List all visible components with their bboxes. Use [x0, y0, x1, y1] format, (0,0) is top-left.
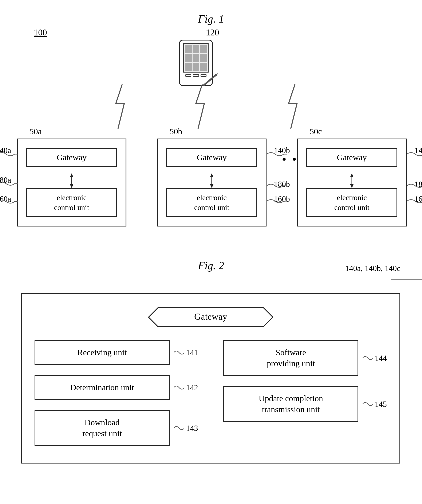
left-col: Receiving unit 141 Determination unit	[35, 340, 198, 446]
fig2-outer-box: Gateway Receiving unit 141	[21, 293, 400, 463]
fig1-title: Fig. 1	[17, 13, 405, 25]
double-arrow-50a	[67, 173, 76, 188]
screen-cell	[193, 63, 199, 71]
ecu-50c: electroniccontrol unit	[306, 188, 397, 217]
gateway-hex-container: Gateway	[35, 307, 387, 328]
receiving-unit-label: 141	[174, 348, 198, 357]
screen-cell	[200, 54, 207, 62]
wavy-180c	[407, 183, 422, 189]
arrow-area-50b	[166, 173, 257, 188]
label-50c: 50c	[310, 126, 322, 136]
download-unit-row: Downloadrequest unit 143	[35, 410, 198, 446]
svg-marker-4	[210, 173, 213, 177]
inner-gateway-50a: Gateway	[26, 148, 117, 167]
determination-unit-label: 142	[174, 383, 198, 392]
gateway-box-50a: 140a 180a 160a Gateway	[17, 138, 126, 227]
svg-marker-8	[350, 184, 353, 188]
label-50b: 50b	[170, 126, 182, 136]
inner-gateway-50c: Gateway	[306, 148, 397, 167]
screen-cell	[185, 54, 192, 62]
wavy-software	[363, 355, 373, 361]
update-unit-row: Update completiontransmission unit 145	[223, 386, 387, 422]
wavy-determination	[174, 384, 184, 391]
label-100: 100	[34, 27, 47, 37]
device-container: 120	[179, 27, 213, 86]
gateway-50c-group: 50c 140c 180c 160c Gateway	[297, 126, 407, 227]
wavy-140c	[407, 151, 422, 157]
screen-cell	[200, 63, 207, 71]
svg-marker-5	[210, 184, 213, 188]
gateway-50a-group: 50a 140a 180a 160a Gateway	[17, 126, 126, 227]
gateway-box-50b: 140b 180b 160b Gateway	[157, 138, 267, 227]
screen-cell	[200, 45, 207, 53]
screen-cell	[193, 54, 199, 62]
units-grid: Receiving unit 141 Determination unit	[35, 340, 387, 446]
ref-line	[391, 277, 422, 298]
svg-text:Gateway: Gateway	[194, 312, 227, 322]
determination-unit-box: Determination unit	[35, 375, 170, 400]
wavy-140a	[0, 151, 18, 157]
determination-unit-row: Determination unit 142	[35, 375, 198, 400]
device-screen	[183, 43, 209, 72]
svg-marker-7	[350, 173, 353, 177]
update-unit-label: 145	[363, 399, 387, 409]
update-unit-ref: 145	[375, 399, 387, 409]
svg-marker-2	[70, 184, 73, 188]
software-unit-ref: 144	[375, 354, 387, 363]
download-unit-ref: 143	[186, 423, 198, 433]
wavy-180a	[0, 180, 18, 187]
arrow-area-50a	[26, 173, 117, 188]
wavy-download	[174, 425, 184, 431]
gateways-row: 50a 140a 180a 160a Gateway	[17, 126, 407, 227]
fig2-section: 140a, 140b, 140c Gateway	[21, 276, 400, 463]
update-unit-box: Update completiontransmission unit	[223, 386, 358, 422]
screen-cell	[185, 45, 192, 53]
device-icon	[179, 40, 213, 86]
software-unit-row: Softwareproviding unit 144	[223, 340, 387, 376]
wavy-160a	[0, 198, 18, 205]
wavy-update	[363, 401, 373, 407]
receiving-unit-ref: 141	[186, 348, 198, 357]
gateway-box-50c: 140c 180c 160c Gateway	[297, 138, 407, 227]
wavy-160b	[267, 198, 287, 204]
page: Fig. 1 100 120	[0, 0, 422, 504]
inner-gateway-50b: Gateway	[166, 148, 257, 167]
device-btn	[201, 74, 206, 77]
device-btn-row	[185, 74, 206, 77]
ecu-50b: electroniccontrol unit	[166, 188, 257, 217]
receiving-unit-box: Receiving unit	[35, 340, 170, 365]
double-arrow-50c	[348, 173, 356, 188]
device-btn	[185, 74, 191, 77]
determination-unit-ref: 142	[186, 383, 198, 392]
screen-cell	[185, 63, 192, 71]
receiving-unit-row: Receiving unit 141	[35, 340, 198, 365]
label-50a: 50a	[29, 126, 42, 136]
download-unit-box: Downloadrequest unit	[35, 410, 170, 446]
download-unit-label: 143	[174, 423, 198, 433]
device-label: 120	[206, 27, 219, 37]
gateway-hex-shape: Gateway	[147, 307, 274, 328]
ecu-50a: electroniccontrol unit	[26, 188, 117, 217]
double-arrow-50b	[208, 173, 216, 188]
software-unit-box: Softwareproviding unit	[223, 340, 358, 376]
wavy-receiving	[174, 349, 184, 356]
wavy-180b	[267, 183, 287, 189]
svg-marker-1	[70, 173, 73, 177]
software-unit-label: 144	[363, 354, 387, 363]
right-col: Softwareproviding unit 144 Update comple…	[223, 340, 387, 446]
fig2-ref-label: 140a, 140b, 140c	[345, 264, 400, 273]
arrow-area-50c	[306, 173, 397, 188]
device-btn	[193, 74, 199, 77]
gateway-50b-group: 50b 140b 180b 160b Gateway	[157, 126, 267, 227]
screen-cell	[193, 45, 199, 53]
wavy-160c	[407, 198, 422, 204]
